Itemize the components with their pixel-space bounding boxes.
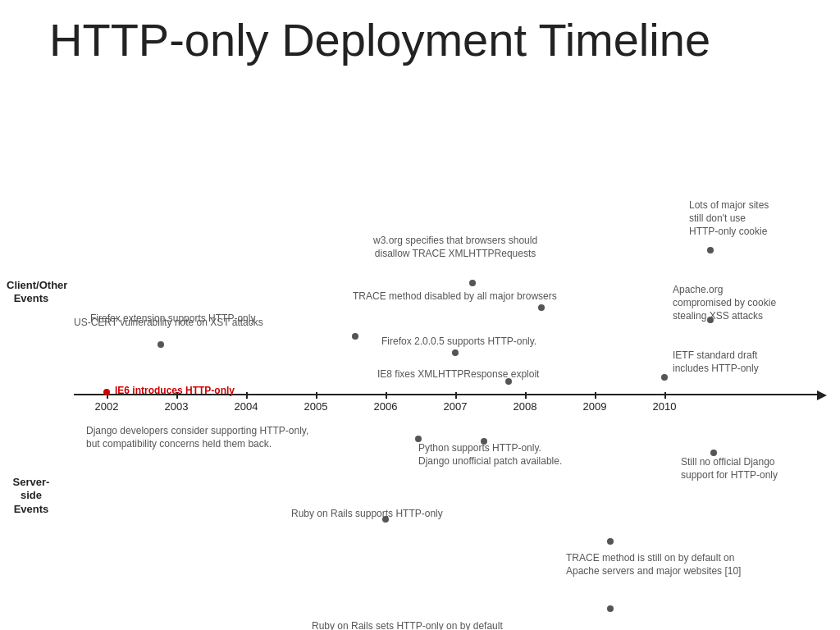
tick-2004: [246, 392, 248, 399]
tick-2006: [386, 392, 387, 399]
tick-2010: [664, 392, 666, 399]
year-2009: 2009: [583, 400, 607, 413]
tick-2007: [455, 392, 457, 399]
year-2007: 2007: [444, 400, 468, 413]
dot-w3c: [469, 280, 476, 286]
dot-firefox-ext: [352, 333, 358, 340]
label-ruby-default: Ruby on Rails sets HTTP-only on by defau…: [312, 619, 503, 630]
year-2005: 2005: [304, 400, 328, 413]
label-lots-major: Lots of major sitesstill don't useHTTP-o…: [689, 199, 769, 239]
tick-2005: [316, 392, 317, 399]
year-2003: 2003: [165, 400, 189, 413]
page-title: HTTP-only Deployment Timeline: [0, 0, 840, 66]
label-ie8fix: IE8 fixes XMLHTTPResponse exploit: [377, 368, 539, 381]
dot-ruby-default: [607, 605, 614, 612]
label-django-no-official: Still no official Djangosupport for HTTP…: [681, 455, 778, 482]
dot-trace-still: [607, 538, 614, 545]
label-trace-still: TRACE method is still on by default onAp…: [566, 551, 741, 578]
tick-2008: [525, 392, 527, 399]
year-2004: 2004: [235, 400, 258, 413]
dot-trace-disabled: [538, 304, 545, 311]
tick-2009: [595, 392, 596, 399]
label-ie6: IE6 introduces HTTP-only: [115, 384, 235, 397]
label-ruby-rails: Ruby on Rails supports HTTP-only: [291, 507, 443, 520]
client-label: Client/OtherEvents: [7, 279, 56, 307]
label-ietf: IETF standard draftincludes HTTP-only: [673, 349, 759, 375]
label-apache-compromised: Apache.orgcompromised by cookiestealing …: [673, 283, 776, 323]
label-firefox-ext: Firefox extension supports HTTP-only: [90, 312, 255, 325]
label-firefox205: Firefox 2.0.0.5 supports HTTP-only.: [381, 335, 536, 348]
dot-ie6: [103, 389, 110, 395]
axis-arrow: [817, 390, 827, 400]
year-2008: 2008: [514, 400, 537, 413]
dot-uscert: [158, 341, 164, 348]
server-label: Server-sideEvents: [7, 476, 56, 518]
timeline-area: Client/OtherEvents Server-sideEvents 200…: [0, 74, 840, 607]
label-python-django: Python supports HTTP-only.Django unoffic…: [418, 441, 562, 468]
dot-firefox205: [452, 349, 459, 356]
label-django-consider: Django developers consider supporting HT…: [86, 424, 308, 450]
year-2006: 2006: [374, 400, 398, 413]
year-2010: 2010: [653, 400, 677, 413]
year-2002: 2002: [95, 400, 119, 413]
label-w3c: w3.org specifies that browsers shoulddis…: [373, 234, 537, 260]
label-trace-disabled: TRACE method disabled by all major brows…: [353, 290, 557, 303]
dot-lots-major: [707, 247, 714, 253]
dot-ietf: [661, 374, 668, 381]
